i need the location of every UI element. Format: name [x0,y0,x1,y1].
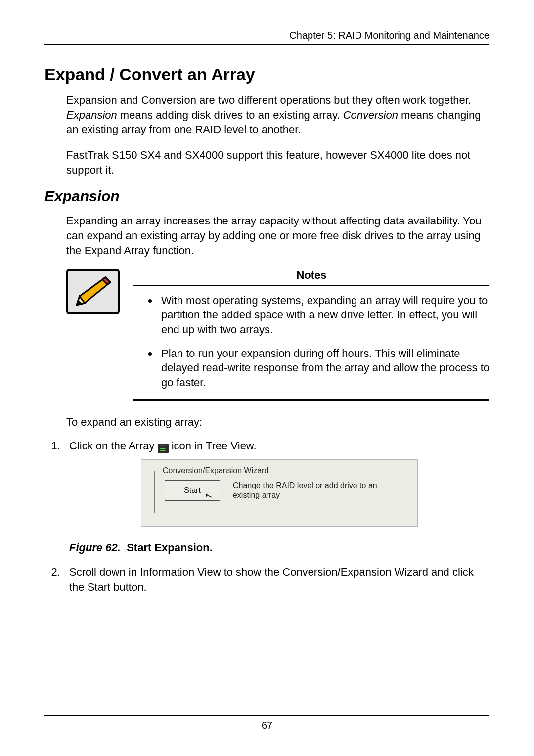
document-page: Chapter 5: RAID Monitoring and Maintenan… [0,0,534,756]
running-header: Chapter 5: RAID Monitoring and Maintenan… [44,30,490,45]
notes-title: Notes [134,269,490,282]
note-item: Plan to run your expansion during off ho… [158,346,490,390]
steps-lead-in: To expand an existing array: [66,416,490,429]
term-expansion: Expansion [66,109,117,121]
start-button-label: Start [184,485,201,496]
figure-title: Start Expansion. [127,541,213,554]
note-item: With most operating systems, expanding a… [158,293,490,337]
figure-caption: Figure 62. Start Expansion. [69,540,490,556]
intro-paragraph-1: Expansion and Conversion are two differe… [66,93,490,137]
start-button[interactable]: Start ↖ [165,480,220,501]
term-conversion: Conversion [343,109,398,121]
notes-rule-top [134,285,490,286]
section-heading: Expand / Convert an Array [44,65,490,84]
subsection-heading: Expansion [44,188,490,205]
notes-list: With most operating systems, expanding a… [134,293,490,390]
steps-list: Click on the Array ☰ icon in Tree View. … [44,439,490,595]
subsection-body: Expanding an array increases the array c… [66,214,490,428]
step-item: Scroll down in Information View to show … [63,565,490,595]
wizard-screenshot: Conversion/Expansion Wizard Start ↖ Chan… [141,459,418,527]
notes-block: Notes With most operating systems, expan… [66,269,490,401]
text-run: Click on the Array [69,440,158,452]
array-icon: ☰ [158,444,169,453]
pencil-note-icon [66,269,120,314]
subsection-paragraph: Expanding an array increases the array c… [66,214,490,258]
wizard-description: Change the RAID level or add drive to an… [233,481,394,501]
figure-label: Figure 62. [69,541,121,554]
step-item: Click on the Array ☰ icon in Tree View. … [63,439,490,556]
notes-column: Notes With most operating systems, expan… [134,269,490,401]
pencil-icon [73,275,113,308]
text-run: Expansion and Conversion are two differe… [66,94,471,106]
section-body: Expansion and Conversion are two differe… [66,93,490,177]
wizard-legend: Conversion/Expansion Wizard [160,465,271,476]
text-run: icon in Tree View. [169,440,257,452]
text-run: means adding disk drives to an existing … [117,109,343,121]
intro-paragraph-2: FastTrak S150 SX4 and SX4000 support thi… [66,148,490,177]
page-footer: 67 [44,715,490,731]
cursor-icon: ↖ [203,489,215,503]
wizard-groupbox: Conversion/Expansion Wizard Start ↖ Chan… [154,471,404,513]
notes-rule-bottom [134,399,490,401]
page-number: 67 [262,720,272,731]
